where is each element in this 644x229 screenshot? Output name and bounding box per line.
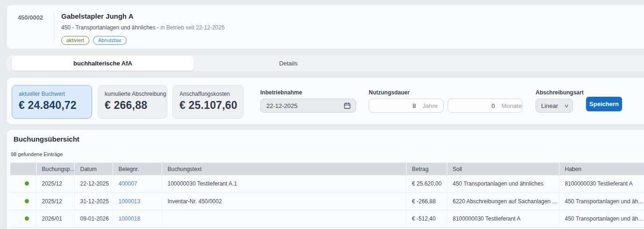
asset-in-service-text: in Betrieb seit 22-12-2025 — [160, 24, 224, 31]
card-value: € 266,88 — [105, 99, 167, 112]
cell-period: 2025/12 — [36, 175, 74, 193]
useful-life-years-input[interactable]: 8 Jahre — [369, 99, 444, 113]
asset-header-card: 450/0002 Gabelstapler Jungh A 450 - Tran… — [7, 5, 644, 49]
bookings-panel: Buchungsübersicht 98 gefundene Einträge … — [7, 129, 644, 229]
cell-text — [162, 210, 406, 227]
result-count: 98 gefundene Einträge — [11, 151, 63, 157]
years-unit-label: Jahre — [416, 102, 443, 109]
useful-life-label: Nutzungsdauer — [369, 89, 522, 96]
card-current-book-value[interactable]: aktueller Buchwert € 24.840,72 — [12, 85, 92, 119]
depreciation-type-label: Abschreibungsart — [536, 89, 584, 96]
table-header-row: Buchungsp... Datum Belegnr. Buchungstext… — [10, 163, 644, 175]
depreciation-type-value: Linear — [541, 102, 558, 109]
col-booking-period: Buchungsp... — [36, 163, 74, 175]
card-accumulated-depreciation[interactable]: kumulierte Abschreibung € 266,88 — [98, 85, 167, 119]
calendar-icon — [343, 102, 351, 109]
cell-credit: 450 Transportanlagen und ähnliches — [559, 193, 644, 210]
cell-text: 100000030 Testlieferant A.1 — [162, 175, 406, 193]
col-booking-text: Buchungstext — [162, 163, 406, 175]
status-dot-icon — [25, 216, 29, 221]
bookings-table: Buchungsp... Datum Belegnr. Buchungstext… — [10, 163, 644, 228]
depreciation-type-select[interactable]: Linear ∨ — [536, 99, 573, 113]
depreciation-panel: aktueller Buchwert € 24.840,72 kumuliert… — [7, 78, 644, 124]
cell-amount: € -266,88 — [406, 193, 447, 210]
years-value: 8 — [413, 102, 416, 109]
bookings-title: Buchungsübersicht — [14, 135, 79, 143]
chevron-down-icon: ∨ — [564, 103, 569, 109]
col-status — [10, 163, 36, 175]
status-dot-icon — [25, 181, 29, 186]
card-value: € 25.107,60 — [179, 99, 243, 112]
col-debit: Soll — [447, 163, 559, 175]
commissioning-date-label: Inbetriebnahme — [260, 89, 356, 96]
doc-number-link[interactable]: 1000013 — [119, 198, 141, 205]
commissioning-date-value: 22-12-2025 — [266, 102, 298, 109]
doc-number-link[interactable]: 400007 — [119, 180, 137, 187]
col-doc-number: Belegnr. — [113, 163, 162, 175]
col-date: Datum — [74, 163, 113, 175]
status-dot-icon — [25, 199, 29, 203]
page-title: Gabelstapler Jungh A — [61, 12, 225, 20]
tab-bar: buchhalterische AfA Details — [7, 55, 644, 71]
status-badge-aktiviert: aktiviert — [61, 36, 89, 45]
months-unit-label: Monate — [495, 102, 522, 109]
save-button[interactable]: Speichern — [586, 97, 622, 111]
asset-category: 450 - Transportanlagen und ähnliches - — [61, 24, 159, 31]
card-acquisition-cost[interactable]: Anschaffungskosten € 25.107,60 — [172, 85, 243, 119]
card-value: € 24.840,72 — [19, 99, 92, 112]
cell-amount: € -512,40 — [406, 210, 447, 227]
cell-period: 2025/12 — [36, 193, 74, 210]
table-row: 2025/12 31-12-2025 1000013 Inventar-Nr. … — [10, 193, 644, 210]
cell-credit: 8100000030 Testlieferant A — [559, 175, 644, 193]
tab-details[interactable]: Details — [194, 56, 383, 71]
card-label: kumulierte Abschreibung — [105, 91, 167, 97]
cell-text: Inventar-Nr. 450/0002 — [162, 193, 406, 210]
col-amount: Betrag — [406, 163, 447, 175]
cell-credit: 450 Transportanlagen und ähnliches — [559, 210, 644, 227]
cell-date: 31-12-2025 — [74, 193, 113, 210]
status-badge-abnutzbar: Abnutzbar — [93, 36, 127, 45]
commissioning-date-input[interactable]: 22-12-2025 — [260, 99, 356, 113]
useful-life-months-input[interactable]: 0 Monate — [448, 99, 522, 113]
table-row: 2025/12 22-12-2025 400007 100000030 Test… — [10, 175, 644, 193]
card-label: Anschaffungskosten — [179, 91, 243, 97]
asset-subtitle: 450 - Transportanlagen und ähnliches - i… — [61, 24, 225, 31]
asset-number: 450/0002 — [7, 5, 54, 49]
cell-period: 2026/01 — [36, 210, 74, 227]
table-row: 2026/01 09-01-2026 1000018 € -512,40 810… — [10, 210, 644, 227]
cell-debit: 8100000030 Testlieferant A — [447, 210, 559, 227]
cell-date: 09-01-2026 — [74, 210, 113, 227]
tab-buchhalterische-afa[interactable]: buchhalterische AfA — [12, 56, 194, 71]
cell-debit: 6220 Abschreibungen auf Sachanlagen (ohn… — [447, 193, 559, 210]
card-label: aktueller Buchwert — [19, 91, 92, 97]
col-credit: Haben — [559, 163, 644, 175]
doc-number-link[interactable]: 1000018 — [119, 215, 141, 222]
cell-amount: € 25.620,00 — [406, 175, 447, 193]
months-value: 0 — [492, 102, 495, 109]
cell-date: 22-12-2025 — [74, 175, 113, 193]
cell-debit: 450 Transportanlagen und ähnliches — [447, 175, 559, 193]
